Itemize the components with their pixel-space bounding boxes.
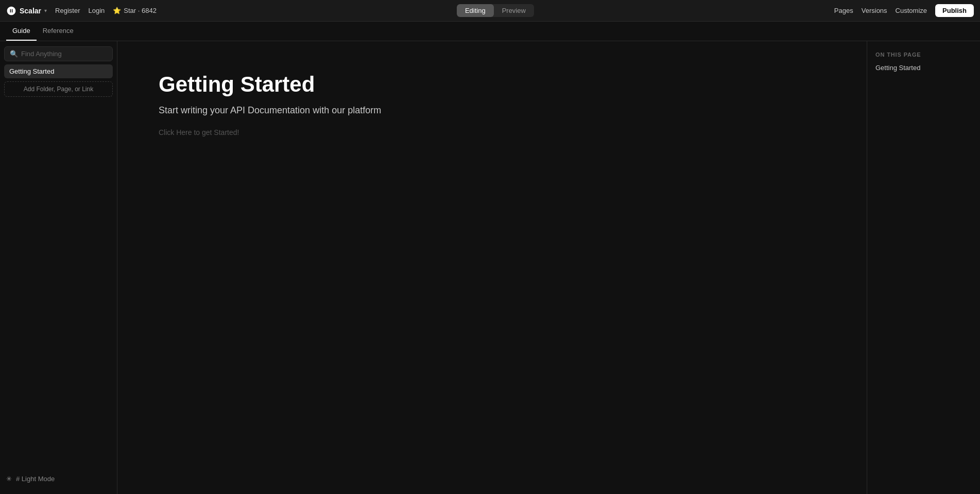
sidebar: 🔍 Getting Started Add Folder, Page, or L…: [0, 41, 117, 494]
light-mode-label: # Light Mode: [16, 475, 55, 483]
add-folder-page-link-button[interactable]: Add Folder, Page, or Link: [4, 81, 113, 97]
pages-link[interactable]: Pages: [834, 7, 853, 14]
page-cta[interactable]: Click Here to get Started!: [159, 128, 826, 137]
on-this-page-title: On This Page: [875, 52, 972, 58]
right-panel: On This Page Getting Started: [867, 41, 980, 494]
brand-chevron-icon: ▾: [44, 8, 47, 13]
preview-button[interactable]: Preview: [494, 4, 534, 17]
customize-link[interactable]: Customize: [896, 7, 927, 14]
light-mode-button[interactable]: ✳ # Light Mode: [4, 472, 113, 486]
on-this-page-getting-started-link[interactable]: Getting Started: [875, 64, 972, 72]
search-input[interactable]: [21, 50, 107, 58]
page-subtitle: Start writing your API Documentation wit…: [159, 105, 826, 116]
brand-name: Scalar: [20, 7, 41, 15]
editing-toggle: Editing Preview: [457, 4, 534, 17]
star-count: Star · 6842: [124, 7, 157, 14]
search-box[interactable]: 🔍: [4, 46, 113, 61]
star-badge[interactable]: ⭐ Star · 6842: [113, 7, 157, 14]
tab-guide[interactable]: Guide: [6, 22, 37, 41]
editing-button[interactable]: Editing: [457, 4, 494, 17]
light-mode-icon: ✳: [6, 475, 12, 483]
register-link[interactable]: Register: [55, 7, 80, 14]
search-icon: 🔍: [10, 50, 18, 58]
star-icon: ⭐: [113, 7, 121, 14]
sidebar-bottom: ✳ # Light Mode: [4, 472, 113, 486]
top-nav: Scalar ▾ Register Login ⭐ Star · 6842 Ed…: [0, 0, 980, 22]
versions-link[interactable]: Versions: [862, 7, 887, 14]
page-title: Getting Started: [159, 72, 826, 97]
login-link[interactable]: Login: [88, 7, 105, 14]
publish-button[interactable]: Publish: [935, 4, 974, 17]
nav-right: Pages Versions Customize Publish: [834, 4, 974, 17]
tabs-bar: Guide Reference: [0, 22, 980, 41]
main-layout: 🔍 Getting Started Add Folder, Page, or L…: [0, 41, 980, 494]
scalar-logo-icon: [6, 6, 16, 16]
sidebar-item-getting-started[interactable]: Getting Started: [4, 64, 113, 78]
tab-reference[interactable]: Reference: [37, 22, 80, 41]
nav-left: Scalar ▾ Register Login ⭐ Star · 6842: [6, 6, 157, 16]
content-area: Getting Started Start writing your API D…: [117, 41, 867, 494]
brand-logo-area[interactable]: Scalar ▾: [6, 6, 47, 16]
